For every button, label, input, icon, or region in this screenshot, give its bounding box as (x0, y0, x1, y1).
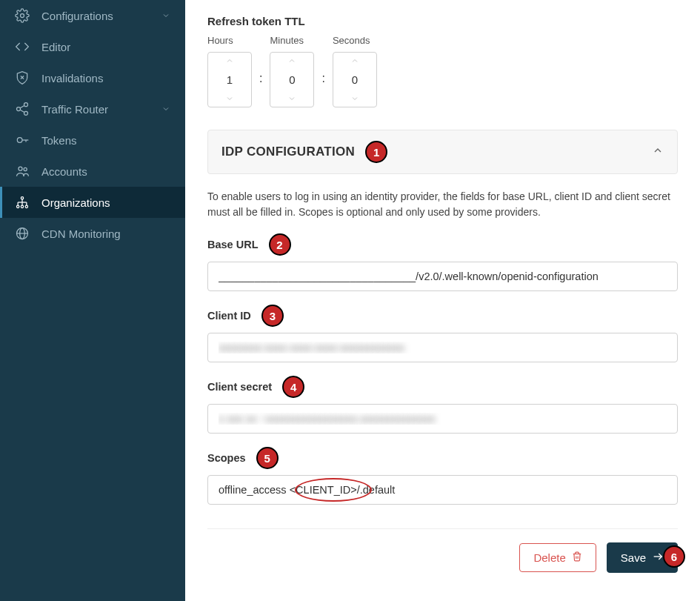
scopes-input[interactable] (207, 475, 678, 505)
minutes-stepper[interactable]: 0 (270, 52, 314, 107)
minutes-increment[interactable] (270, 53, 313, 69)
delete-label: Delete (533, 551, 565, 564)
base-url-label: Base URL (207, 239, 259, 250)
sitemap-icon (15, 195, 30, 210)
sidebar-item-label: Traffic Router (41, 103, 108, 116)
sidebar-item-label: Organizations (41, 196, 110, 209)
save-label: Save (621, 551, 646, 564)
client-id-label: Client ID (207, 310, 251, 322)
sidebar-item-tokens[interactable]: Tokens (0, 124, 185, 156)
hours-increment[interactable] (208, 53, 251, 69)
ttl-hours-label: Hours (207, 35, 252, 46)
chevron-down-icon (161, 10, 170, 22)
sidebar-item-organizations[interactable]: Organizations (0, 187, 185, 218)
svg-point-5 (24, 111, 28, 115)
divider (207, 528, 678, 529)
trash-icon (572, 551, 582, 564)
main-content: Refresh token TTL Hours 1 : Minutes 0 (185, 0, 700, 601)
sidebar-item-cdn-monitoring[interactable]: CDN Monitoring (0, 218, 185, 249)
client-secret-input[interactable] (207, 404, 678, 434)
annotation-1: 1 (365, 141, 387, 163)
sidebar-item-label: CDN Monitoring (41, 228, 121, 240)
sidebar: Configurations Editor Invalidations Traf… (0, 0, 185, 601)
users-icon (15, 164, 30, 179)
delete-button[interactable]: Delete (519, 543, 596, 572)
svg-line-7 (20, 105, 24, 107)
svg-point-4 (17, 107, 21, 111)
svg-point-3 (24, 103, 28, 107)
ttl-seconds-label: Seconds (333, 35, 377, 46)
idp-panel-title: IDP CONFIGURATION (221, 145, 355, 159)
chevron-down-icon (161, 103, 170, 116)
shield-x-icon (15, 70, 30, 85)
minutes-value: 0 (270, 69, 313, 90)
annotation-2: 2 (269, 233, 291, 256)
seconds-increment[interactable] (333, 53, 376, 69)
idp-configuration-panel: IDP CONFIGURATION 1 To enable users to l… (207, 130, 678, 505)
code-icon (15, 39, 30, 54)
ttl-minutes-label: Minutes (270, 35, 314, 46)
sidebar-item-editor[interactable]: Editor (0, 31, 185, 62)
sidebar-item-label: Accounts (41, 165, 87, 178)
annotation-6: 6 (663, 545, 685, 568)
gear-icon (15, 8, 30, 23)
ttl-row: Hours 1 : Minutes 0 : (207, 35, 678, 107)
svg-point-15 (21, 205, 23, 207)
svg-point-0 (21, 14, 24, 18)
hours-decrement[interactable] (208, 90, 251, 107)
sidebar-item-label: Invalidations (41, 72, 103, 84)
svg-point-14 (17, 205, 19, 207)
annotation-3: 3 (261, 305, 284, 327)
globe-icon (15, 226, 30, 241)
base-url-input[interactable] (207, 262, 678, 291)
client-id-input[interactable] (207, 333, 678, 362)
svg-point-13 (21, 197, 23, 199)
svg-point-11 (19, 167, 22, 170)
seconds-stepper[interactable]: 0 (333, 52, 377, 107)
svg-line-6 (20, 110, 24, 112)
seconds-value: 0 (333, 69, 376, 90)
svg-point-16 (25, 205, 27, 207)
annotation-5: 5 (256, 447, 279, 469)
hours-value: 1 (208, 69, 251, 90)
idp-panel-header[interactable]: IDP CONFIGURATION 1 (207, 130, 678, 174)
refresh-token-ttl-label: Refresh token TTL (207, 15, 678, 27)
sidebar-item-traffic-router[interactable]: Traffic Router (0, 93, 185, 124)
annotation-4: 4 (282, 376, 304, 398)
svg-point-8 (17, 138, 22, 143)
sidebar-item-invalidations[interactable]: Invalidations (0, 62, 185, 93)
sidebar-item-accounts[interactable]: Accounts (0, 156, 185, 187)
minutes-decrement[interactable] (270, 90, 313, 107)
share-icon (15, 102, 30, 116)
svg-point-12 (24, 167, 27, 170)
scopes-label: Scopes (207, 452, 246, 464)
sidebar-item-configurations[interactable]: Configurations (0, 0, 185, 31)
sidebar-item-label: Configurations (41, 10, 113, 22)
footer-actions: Delete Save 6 (207, 542, 678, 573)
colon: : (258, 72, 264, 85)
arrow-right-icon (652, 551, 664, 565)
chevron-up-icon (652, 145, 664, 159)
key-icon (15, 133, 30, 147)
seconds-decrement[interactable] (333, 90, 376, 107)
sidebar-item-label: Editor (41, 41, 70, 53)
sidebar-item-label: Tokens (41, 134, 77, 147)
hours-stepper[interactable]: 1 (207, 52, 252, 107)
colon: : (320, 72, 326, 85)
client-secret-label: Client secret (207, 381, 272, 393)
idp-help-text: To enable users to log in using an ident… (207, 189, 678, 220)
